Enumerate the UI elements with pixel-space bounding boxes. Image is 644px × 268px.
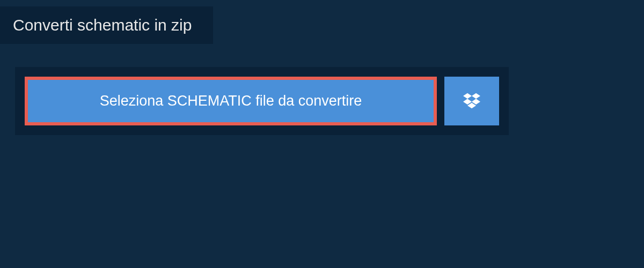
file-select-panel: Seleziona SCHEMATIC file da convertire — [15, 67, 509, 135]
select-file-label: Seleziona SCHEMATIC file da convertire — [100, 93, 362, 109]
dropbox-button[interactable] — [444, 77, 499, 125]
select-file-button[interactable]: Seleziona SCHEMATIC file da convertire — [25, 77, 437, 125]
page-title-tab: Converti schematic in zip — [0, 6, 213, 44]
page-title: Converti schematic in zip — [13, 16, 192, 34]
dropbox-icon — [463, 92, 480, 111]
